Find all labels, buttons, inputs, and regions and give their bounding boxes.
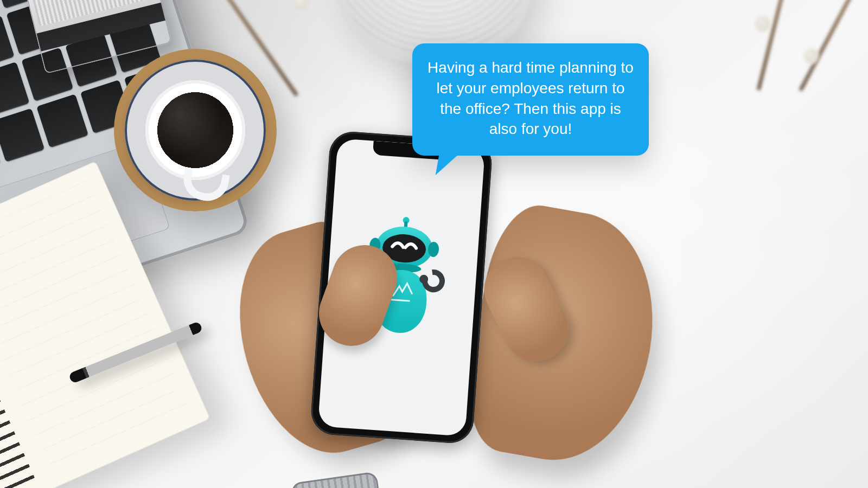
marketing-scene: Having a hard time planning to let your … <box>0 0 868 488</box>
flower-bud-prop <box>755 16 770 31</box>
twig-prop <box>757 0 792 91</box>
flower-bud-prop <box>293 0 308 10</box>
coffee-prop <box>114 49 277 211</box>
hands-holding-phone <box>250 130 640 488</box>
right-hand <box>457 198 671 474</box>
right-thumb <box>473 246 579 372</box>
speech-bubble: Having a hard time planning to let your … <box>412 43 649 156</box>
phone-screen <box>318 138 485 436</box>
twig-prop <box>799 0 858 92</box>
robot-icon <box>344 210 461 342</box>
flower-bud-prop <box>804 49 819 64</box>
wristwatch-prop <box>290 471 382 488</box>
smartphone <box>310 130 493 445</box>
